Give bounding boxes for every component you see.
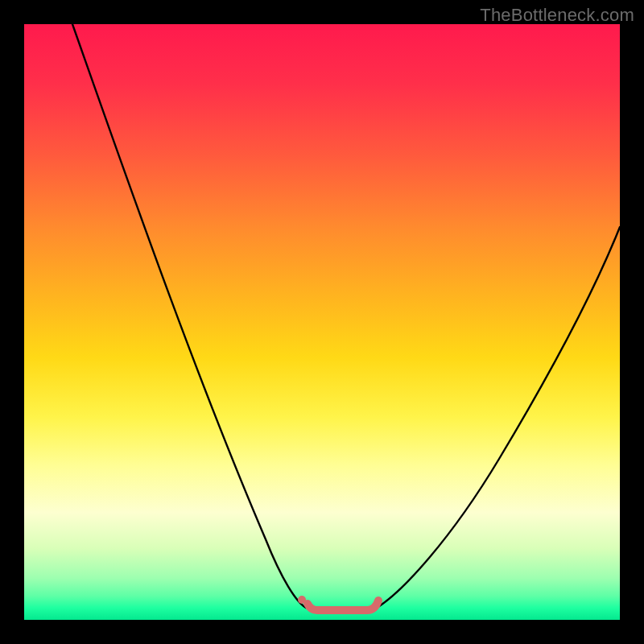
watermark-text: TheBottleneck.com xyxy=(480,5,634,26)
bottleneck-fit-curve xyxy=(24,24,620,620)
plot-area xyxy=(24,24,620,620)
chart-frame: TheBottleneck.com xyxy=(0,0,644,644)
